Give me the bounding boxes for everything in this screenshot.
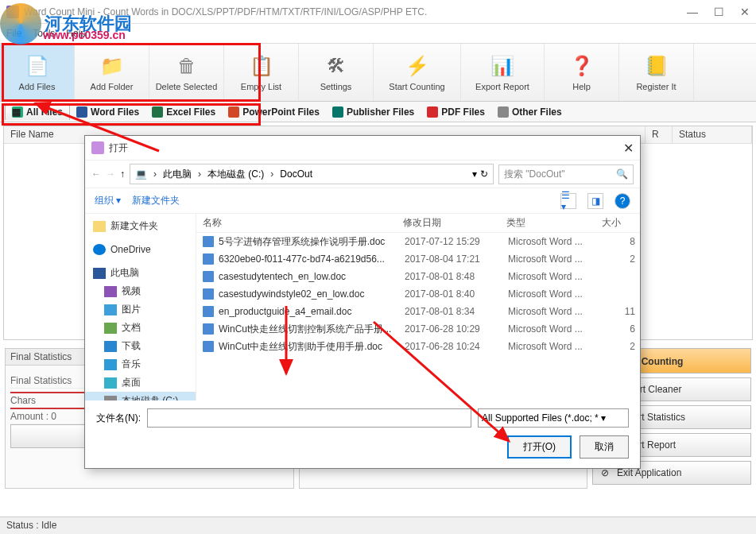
tree-this-pc[interactable]: 此电脑 [85,264,196,282]
dialog-close-button[interactable]: ✕ [623,141,634,156]
dialog-cancel-button[interactable]: 取消 [580,435,629,459]
maximize-button[interactable]: ☐ [714,6,724,18]
tree-documents[interactable]: 文档 [85,319,196,337]
dialog-nav: ← → ↑ 💻 › 此电脑 › 本地磁盘 (C:) › DocOut ▾ ↻ 搜… [85,160,640,188]
filetype-select[interactable]: All Supported Files (*.doc; * ▾ [478,408,629,428]
dialog-titlebar: 打开 ✕ [85,136,640,160]
tab-all-files[interactable]: ▦All Files [5,103,70,120]
organize-menu[interactable]: 组织 ▾ [95,194,121,207]
word-doc-icon [203,306,214,317]
add-files-icon: 📄 [25,53,50,79]
tree-new-folder[interactable]: 新建文件夹 [85,217,196,235]
pc-icon: 💻 [135,168,147,180]
word-doc-icon [203,323,214,335]
documents-icon [104,323,117,334]
empty-list-button[interactable]: 📋 Empty List [224,44,299,101]
status-bar: Status : Idle [0,517,756,534]
thispc-icon [93,268,106,279]
file-row[interactable]: casestudytentech_en_low.doc2017-08-01 8:… [196,268,640,285]
file-row[interactable]: 6320ebe0-f011-477c-bd74-a6219d56...2017-… [196,250,640,268]
settings-button[interactable]: 🛠 Settings [299,44,374,101]
window-title: Word Count Mini - Count Words in DOC/XLS… [24,6,687,17]
register-button[interactable]: 📒 Register It [619,44,694,101]
col-name[interactable]: 名称 [196,216,397,230]
filetype-tabs: ▦All Files Word Files Excel Files PowerP… [0,102,756,122]
dialog-file-list: 名称 修改日期 类型 大小 5号字进销存管理系统操作说明手册.doc2017-0… [196,214,640,400]
tree-music[interactable]: 音乐 [85,355,196,373]
help-dialog-button[interactable]: ? [614,193,630,209]
tab-word-files[interactable]: Word Files [70,104,145,120]
preview-pane-button[interactable]: ◨ [587,193,603,209]
close-button[interactable]: ✕ [740,6,750,18]
desktop-icon [104,377,117,389]
empty-list-icon: 📋 [249,53,274,79]
dialog-open-button[interactable]: 打开(O) [507,435,572,459]
delete-selected-button[interactable]: 🗑 Delete Selected [149,44,224,101]
file-row[interactable]: en_productguide_a4_email.doc2017-08-01 8… [196,303,640,320]
crumb-folder[interactable]: DocOut [280,168,312,180]
app-icon [6,6,19,18]
onedrive-icon [93,244,106,255]
tab-other-files[interactable]: Other Files [491,104,568,120]
filename-label: 文件名(N): [96,412,141,425]
filename-input[interactable] [147,408,471,428]
music-icon [104,359,117,370]
other-icon [498,106,509,118]
crumb-drive[interactable]: 本地磁盘 (C:) [207,168,264,181]
tab-excel-files[interactable]: Excel Files [145,104,222,120]
start-counting-button[interactable]: ⚡ Start Counting [374,44,461,101]
menu-help[interactable]: Help [66,28,86,39]
file-list-columns: 名称 修改日期 类型 大小 [196,214,640,233]
file-row[interactable]: WinCut快走丝线切割控制系统产品手册...2017-06-28 10:29M… [196,320,640,338]
delete-icon: 🗑 [174,53,200,79]
new-folder-button[interactable]: 新建文件夹 [132,194,180,207]
tree-desktop[interactable]: 桌面 [85,373,196,392]
nav-back-button[interactable]: ← [91,168,101,180]
tab-publisher-files[interactable]: Publisher Files [326,104,421,120]
tree-videos[interactable]: 视频 [85,282,196,300]
menubar: File Tools Help [0,24,756,43]
file-row[interactable]: casestudywindstyle02_en_low.doc2017-08-0… [196,285,640,303]
tree-c-drive[interactable]: 本地磁盘 (C:) [85,392,196,400]
open-file-dialog: 打开 ✕ ← → ↑ 💻 › 此电脑 › 本地磁盘 (C:) › DocOut … [84,135,641,469]
tab-ppt-files[interactable]: PowerPoint Files [222,104,326,120]
word-doc-icon [203,236,214,247]
address-bar[interactable]: 💻 › 此电脑 › 本地磁盘 (C:) › DocOut ▾ ↻ [130,164,494,184]
col-date[interactable]: 修改日期 [397,216,500,230]
help-icon: ❓ [569,53,595,79]
tab-pdf-files[interactable]: PDF Files [421,104,491,120]
refresh-icon[interactable]: ↻ [480,168,488,180]
add-files-button[interactable]: 📄 Add Files [0,44,75,101]
menu-file[interactable]: File [6,28,21,39]
dialog-navigation-tree: 新建文件夹 OneDrive 此电脑 视频 图片 文档 下载 音乐 桌面 本地磁… [85,214,196,400]
dialog-search-input[interactable]: 搜索 "DocOut" 🔍 [498,164,634,184]
file-row[interactable]: WinCut中走丝线切割助手使用手册.doc2017-06-28 10:24Mi… [196,338,640,355]
export-report-button[interactable]: 📊 Export Report [461,44,545,101]
excel-icon [152,106,163,118]
downloads-icon [104,341,117,352]
word-doc-icon [203,271,214,282]
tree-pictures[interactable]: 图片 [85,300,196,319]
col-type[interactable]: 类型 [500,216,595,230]
file-row[interactable]: 5号字进销存管理系统操作说明手册.doc2017-07-12 15:29Micr… [196,233,640,250]
dialog-filename-row: 文件名(N): All Supported Files (*.doc; * ▾ [85,400,640,435]
nav-forward-button[interactable]: → [106,168,115,180]
tree-onedrive[interactable]: OneDrive [85,242,196,257]
exit-icon: ⊘ [601,467,612,478]
nav-up-button[interactable]: ↑ [120,168,125,180]
col-status[interactable]: Status [673,126,752,143]
add-folder-button[interactable]: 📁 Add Folder [75,44,149,101]
dialog-icon [91,141,104,154]
register-icon: 📒 [644,53,669,79]
help-button[interactable]: ❓ Help [545,44,619,101]
minimize-button[interactable]: — [687,6,698,18]
col-r[interactable]: R [646,126,673,143]
tree-downloads[interactable]: 下载 [85,337,196,355]
settings-icon: 🛠 [324,53,349,79]
address-dropdown-icon[interactable]: ▾ [472,168,477,180]
col-size[interactable]: 大小 [595,216,627,230]
crumb-thispc[interactable]: 此电脑 [163,168,192,181]
view-mode-button[interactable]: ☰ ▾ [560,193,576,209]
menu-tools[interactable]: Tools [33,28,55,39]
titlebar: Word Count Mini - Count Words in DOC/XLS… [0,0,756,24]
